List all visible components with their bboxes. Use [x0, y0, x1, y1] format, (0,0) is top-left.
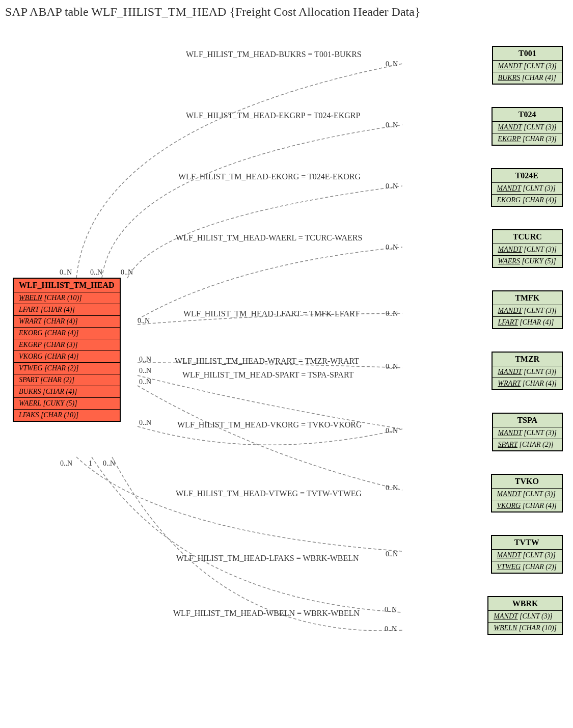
main-table-field: WRART [CHAR (4)] [14, 316, 120, 328]
relation-label: WLF_HILIST_TM_HEAD-WAERL = TCURC-WAERS [176, 233, 362, 242]
ref-table-field: BUKRS [CHAR (4)] [493, 72, 562, 84]
cardinality-label: 0..N [386, 60, 398, 68]
ref-table-field: WRART [CHAR (4)] [493, 378, 562, 389]
relation-label: WLF_HILIST_TM_HEAD-BUKRS = T001-BUKRS [186, 50, 362, 59]
cardinality-label: 0..N [139, 367, 151, 375]
ref-table-field: MANDT [CLNT (3)] [492, 550, 562, 561]
ref-table-header: T024E [492, 169, 562, 183]
cardinality-label: 0..N [386, 484, 398, 492]
main-table-field: WAERL [CUKY (5)] [14, 398, 120, 410]
ref-table-header: TMFK [493, 291, 562, 305]
ref-table-field: WAERS [CUKY (5)] [493, 256, 562, 267]
cardinality-label: 0..N [60, 268, 72, 277]
cardinality-label: 0..N [386, 550, 398, 558]
relation-label: WLF_HILIST_TM_HEAD-VTWEG = TVTW-VTWEG [176, 489, 362, 498]
ref-table-field: LFART [CHAR (4)] [493, 317, 562, 328]
ref-table-field: MANDT [CLNT (3)] [493, 427, 562, 439]
ref-table-field: MANDT [CLNT (3)] [488, 611, 562, 623]
ref-table-field: MANDT [CLNT (3)] [493, 366, 562, 378]
main-table-field: LFART [CHAR (4)] [14, 304, 120, 316]
main-table-field: SPART [CHAR (2)] [14, 374, 120, 386]
cardinality-label: 0..N [386, 244, 398, 252]
ref-table-field: MANDT [CLNT (3)] [492, 183, 562, 195]
cardinality-label: 0..N [139, 356, 151, 364]
cardinality-label: 0..N [139, 419, 151, 427]
ref-table-field: EKGRP [CHAR (3)] [493, 133, 562, 145]
ref-table-tvtw: TVTWMANDT [CLNT (3)]VTWEG [CHAR (2)] [491, 535, 563, 574]
ref-table-field: MANDT [CLNT (3)] [493, 61, 562, 72]
ref-table-header: TVKO [492, 475, 562, 489]
relation-label: WLF_HILIST_TM_HEAD-LFAKS = WBRK-WBELN [176, 554, 359, 563]
cardinality-label: 0..N [103, 460, 115, 468]
ref-table-tvko: TVKOMANDT [CLNT (3)]VKORG [CHAR (4)] [491, 474, 563, 513]
ref-table-field: MANDT [CLNT (3)] [492, 489, 562, 500]
ref-table-header: TMZR [493, 353, 562, 366]
ref-table-field: MANDT [CLNT (3)] [493, 305, 562, 317]
ref-table-field: VTWEG [CHAR (2)] [492, 561, 562, 573]
ref-table-field: EKORG [CHAR (4)] [492, 195, 562, 206]
cardinality-label: 0..N [386, 363, 398, 371]
ref-table-header: WBRK [488, 597, 562, 611]
relation-label: WLF_HILIST_TM_HEAD-EKGRP = T024-EKGRP [186, 111, 360, 120]
main-table: WLF_HILIST_TM_HEAD WBELN [CHAR (10)]LFAR… [13, 278, 121, 422]
main-table-field: VKORG [CHAR (4)] [14, 351, 120, 363]
cardinality-label: 0..N [60, 460, 72, 468]
ref-table-tcurc: TCURCMANDT [CLNT (3)]WAERS [CUKY (5)] [492, 229, 563, 268]
cardinality-label: 0..N [385, 625, 397, 633]
ref-table-field: SPART [CHAR (2)] [493, 439, 562, 450]
ref-table-tmzr: TMZRMANDT [CLNT (3)]WRART [CHAR (4)] [492, 352, 563, 390]
ref-table-t024: T024MANDT [CLNT (3)]EKGRP [CHAR (3)] [492, 107, 563, 146]
ref-table-header: TCURC [493, 230, 562, 244]
cardinality-label: 0..N [386, 310, 398, 318]
cardinality-label: 0..N [386, 121, 398, 129]
ref-table-tspa: TSPAMANDT [CLNT (3)]SPART [CHAR (2)] [492, 413, 563, 451]
ref-table-field: MANDT [CLNT (3)] [493, 244, 562, 256]
relation-label: WLF_HILIST_TM_HEAD-EKORG = T024E-EKORG [178, 172, 361, 181]
main-table-field: EKORG [CHAR (4)] [14, 328, 120, 339]
ref-table-header: T001 [493, 47, 562, 61]
er-diagram: WLF_HILIST_TM_HEAD WBELN [CHAR (10)]LFAR… [5, 24, 568, 728]
cardinality-label: 0..N [90, 268, 102, 277]
ref-table-header: TSPA [493, 414, 562, 427]
main-table-field: VTWEG [CHAR (2)] [14, 363, 120, 374]
cardinality-label: 0..N [139, 378, 151, 386]
main-table-field: BUKRS [CHAR (4)] [14, 386, 120, 398]
cardinality-label: 1 [89, 460, 92, 468]
ref-table-tmfk: TMFKMANDT [CLNT (3)]LFART [CHAR (4)] [492, 290, 563, 329]
ref-table-t001: T001MANDT [CLNT (3)]BUKRS [CHAR (4)] [492, 46, 563, 85]
relation-label: WLF_HILIST_TM_HEAD-LFART = TMFK-LFART [183, 309, 359, 318]
cardinality-label: 0..N [121, 268, 133, 277]
ref-table-t024e: T024EMANDT [CLNT (3)]EKORG [CHAR (4)] [491, 168, 563, 207]
cardinality-label: 0..N [138, 317, 150, 325]
ref-table-header: TVTW [492, 536, 562, 550]
main-table-field: WBELN [CHAR (10)] [14, 292, 120, 304]
relation-label: WLF_HILIST_TM_HEAD-WRART = TMZR-WRART [175, 357, 359, 366]
relation-label: WLF_HILIST_TM_HEAD-WBELN = WBRK-WBELN [173, 609, 360, 618]
relation-label: WLF_HILIST_TM_HEAD-SPART = TSPA-SPART [182, 370, 353, 380]
cardinality-label: 0..N [386, 427, 398, 435]
ref-table-field: MANDT [CLNT (3)] [493, 122, 562, 133]
ref-table-field: VKORG [CHAR (4)] [492, 500, 562, 511]
main-table-field: LFAKS [CHAR (10)] [14, 410, 120, 421]
ref-table-field: WBELN [CHAR (10)] [488, 623, 562, 634]
relation-label: WLF_HILIST_TM_HEAD-VKORG = TVKO-VKORG [177, 420, 362, 429]
main-table-header: WLF_HILIST_TM_HEAD [14, 279, 120, 292]
ref-table-header: T024 [493, 108, 562, 122]
cardinality-label: 0..N [386, 182, 398, 191]
page-title: SAP ABAP table WLF_HILIST_TM_HEAD {Freig… [5, 5, 573, 19]
main-table-field: EKGRP [CHAR (3)] [14, 339, 120, 351]
ref-table-wbrk: WBRKMANDT [CLNT (3)]WBELN [CHAR (10)] [487, 596, 563, 635]
cardinality-label: 0..N [385, 606, 397, 614]
